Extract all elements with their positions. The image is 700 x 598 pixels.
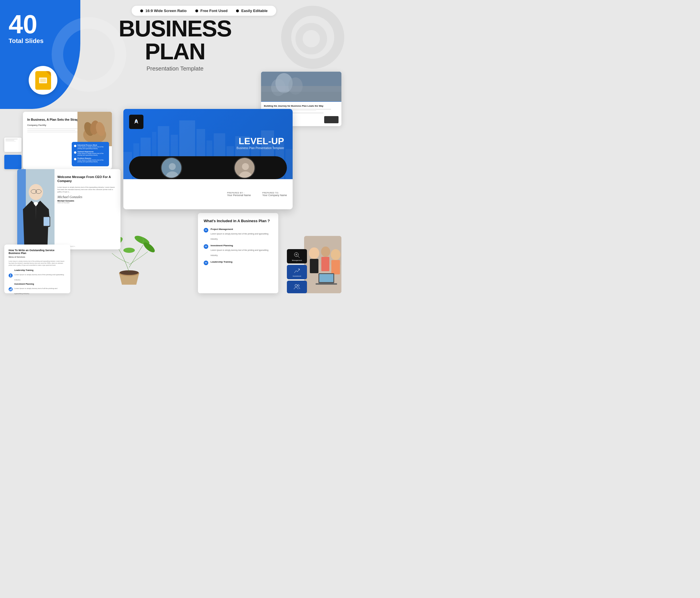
svg-point-55 [123, 248, 135, 253]
team-photo [304, 236, 342, 293]
menu-label: Menu of Services [8, 256, 66, 258]
bottom-left-body: Lorem Ipsum is simply dummy text of the … [8, 260, 66, 266]
management-icon [294, 252, 301, 259]
slide-count-block: 40 Total Slides [8, 11, 44, 45]
included-num-1: 01 [204, 228, 208, 233]
investment-icon [294, 267, 301, 274]
included-item-3: 03 Leadership Training [204, 261, 273, 265]
bottom-left-title: How To Write an Outstanding Service Busi… [8, 249, 66, 255]
preview-business-plan: In Business, A Plan Sets the Strage for … [23, 112, 112, 169]
prepared-by-col: PREPARED BY : Your Personal Name [227, 192, 251, 197]
sidebar-icon-training [287, 281, 307, 293]
svg-rect-48 [11, 288, 12, 290]
blue-card-text-1: Industrial Process Work Lorem Ipsum is s… [77, 144, 107, 149]
svg-point-29 [242, 163, 249, 170]
blue-card-item-3: Problem Require Lorem Ipsum is simply du… [74, 157, 107, 162]
title-text-1: BUSINESS [119, 16, 231, 41]
ceo-name: Michael Gonzales [57, 200, 118, 202]
title-text-2: PLAN [145, 39, 205, 64]
svg-rect-65 [310, 259, 319, 273]
hands-photo [77, 112, 112, 146]
included-title: What's Included in A Business Plan ? [204, 219, 273, 224]
prepared-to-value: Your Company Name [262, 194, 287, 197]
included-item-2: 02 Investment Planning Lorem Ipsum is si… [204, 244, 273, 257]
sidebar-icon-management: Management [287, 249, 307, 263]
check-icon-3 [74, 158, 76, 160]
preview-1-blue-card: Industrial Process Work Lorem Ipsum is s… [72, 142, 109, 166]
check-icon-1 [74, 145, 76, 147]
slides-icon-inner [35, 71, 51, 90]
chart-line-icon [294, 268, 300, 274]
svg-point-24 [136, 121, 137, 122]
office-photo [261, 72, 342, 102]
text-line-3 [27, 132, 83, 132]
svg-point-66 [321, 246, 330, 257]
prepared-to-col: PREPARED TO: Your Company Name [262, 192, 287, 197]
prepared-columns: PREPARED BY : Your Personal Name PREPARE… [227, 192, 287, 197]
badge-item-ratio: 16:9 Wide Screen Ratio [140, 8, 187, 13]
ptr-blue-section [261, 72, 342, 102]
list-item-leadership: Leadership Training Lorem Ipsum is simpl… [8, 269, 66, 282]
blue-card-text-3: Problem Require Lorem Ipsum is simply du… [77, 157, 107, 162]
preview-ceo-welcome: Welcome Message From CEO For A Company L… [17, 169, 121, 250]
svg-line-57 [298, 256, 300, 258]
included-text-2: Investment Planning Lorem Ipsum is simpl… [210, 244, 273, 257]
svg-rect-46 [9, 289, 10, 290]
title-subtitle: Presentation Template [80, 66, 270, 72]
sidebar-icon-investment: Investment [287, 265, 307, 279]
cover-subtitle: Business Plan Presentation Template [237, 147, 284, 150]
circle-photo-1 [161, 157, 182, 179]
ceo-role: CEO & Founder [57, 202, 118, 204]
blue-sidebar-icons: Management Investment [287, 249, 307, 293]
badge-label-ratio: 16:9 Wide Screen Ratio [146, 8, 187, 13]
preview-cover-slide: LEVEL-UP Business Plan Presentation Temp… [123, 109, 293, 209]
prepared-by-value: Your Personal Name [227, 194, 251, 197]
svg-point-64 [309, 248, 319, 259]
ceo-body: Lorem Ipsum is simply dummy text of the … [57, 186, 118, 193]
badge-bar: 16:9 Wide Screen Ratio Free Font Used Ea… [132, 6, 276, 16]
preview-1-hands-image [77, 112, 112, 146]
gray-circle-decoration-2 [296, 23, 327, 54]
included-item-1: 01 Project Management Lorem Ipsum is sim… [204, 228, 273, 241]
ceo-content: Welcome Message From CEO For A Company L… [57, 175, 118, 204]
rocket-icon-box [129, 115, 144, 129]
circle-photo-2 [234, 157, 255, 179]
preview-small-2 [4, 155, 22, 169]
included-num-2: 02 [204, 244, 208, 249]
slide-number: 40 [8, 11, 44, 37]
list-icon-investment [8, 287, 12, 291]
preview-whats-included: What's Included in A Business Plan ? 01 … [198, 213, 278, 293]
main-title-block: BUSINESS PLAN Presentation Template [80, 17, 270, 72]
ptr-dark-box [324, 116, 339, 123]
training-icon [294, 283, 301, 290]
text-line-2 [27, 130, 75, 131]
cover-prepared-section: PREPARED BY : Your Personal Name PREPARE… [123, 179, 293, 209]
blue-card-item-1: Industrial Process Work Lorem Ipsum is s… [74, 144, 107, 149]
svg-point-26 [169, 163, 176, 170]
included-text-1: Project Management Lorem Ipsum is simply… [210, 228, 273, 241]
svg-point-61 [298, 285, 299, 286]
title-line1: BUSINESS PLAN [80, 17, 270, 63]
svg-rect-67 [321, 257, 329, 271]
list-investment-text: Investment Planning Lorem Ipsum is simpl… [14, 283, 66, 295]
svg-point-33 [29, 184, 43, 200]
cover-title: LEVEL-UP [237, 136, 284, 147]
management-label: Management [292, 259, 302, 261]
preview-bottom-left: How To Write an Outstanding Service Busi… [4, 244, 70, 293]
ptr-heading: Building the Journey for Business Plan L… [264, 105, 339, 107]
ceo-title: Welcome Message From CEO For A Company [57, 175, 118, 183]
badge-dot-2 [195, 9, 198, 12]
list-leadership-text: Leadership Training Lorem Ipsum is simpl… [14, 269, 66, 282]
cover-title-block: LEVEL-UP Business Plan Presentation Temp… [237, 136, 284, 150]
badge-item-font: Free Font Used [195, 8, 227, 13]
svg-point-50 [120, 270, 139, 275]
badge-item-editable: Easily Editable [236, 8, 268, 13]
list-item-investment: Investment Planning Lorem Ipsum is simpl… [8, 283, 66, 295]
blue-card-item-2: Optimal Alignments Lorem Ipsum is simply… [74, 151, 107, 156]
svg-rect-1 [40, 79, 46, 82]
ceo-signature: Michael Gonzales Michael Gonzales CEO & … [57, 195, 118, 204]
check-icon-2 [74, 151, 76, 154]
svg-rect-72 [316, 283, 337, 285]
people-icon [294, 284, 300, 290]
cover-bottom-dark [129, 156, 287, 179]
